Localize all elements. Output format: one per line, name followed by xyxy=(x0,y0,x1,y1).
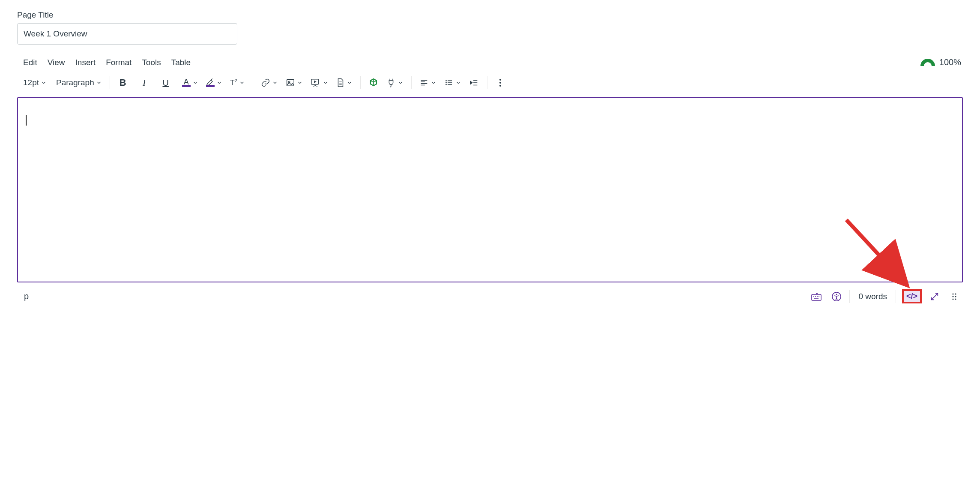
fullscreen-icon xyxy=(930,292,939,301)
html-editor-button[interactable]: </> xyxy=(902,289,922,303)
chevron-down-icon xyxy=(297,80,303,86)
chevron-down-icon xyxy=(96,80,102,86)
chevron-down-icon xyxy=(430,80,436,86)
page-title-label: Page Title xyxy=(17,10,963,20)
underline-icon: U xyxy=(162,78,168,88)
indent-button[interactable] xyxy=(467,76,481,90)
chevron-down-icon xyxy=(397,80,403,86)
chevron-down-icon xyxy=(323,80,329,86)
separator xyxy=(411,76,412,89)
highlight-color-button[interactable] xyxy=(204,76,224,90)
superscript-icon: T2 xyxy=(230,78,237,87)
svg-point-3 xyxy=(445,80,447,81)
chevron-down-icon xyxy=(272,80,278,86)
link-icon xyxy=(261,78,270,87)
menu-edit[interactable]: Edit xyxy=(23,58,37,67)
svg-point-16 xyxy=(955,296,956,297)
svg-rect-10 xyxy=(812,294,821,300)
italic-icon: I xyxy=(143,77,146,88)
font-size-select[interactable]: 12pt xyxy=(21,76,48,90)
text-color-button[interactable]: A xyxy=(180,76,200,90)
align-button[interactable] xyxy=(418,76,438,90)
separator xyxy=(487,76,487,89)
italic-button[interactable]: I xyxy=(137,76,151,90)
media-icon xyxy=(311,78,321,87)
svg-point-4 xyxy=(445,82,447,84)
element-path[interactable]: p xyxy=(19,291,29,301)
bold-button[interactable]: B xyxy=(116,76,130,90)
editor-toolbar: 12pt Paragraph B I U A xyxy=(17,73,963,92)
font-size-label: 12pt xyxy=(23,78,39,87)
menu-format[interactable]: Format xyxy=(106,58,131,67)
chevron-down-icon xyxy=(455,80,461,86)
svg-point-18 xyxy=(955,298,956,300)
chevron-down-icon xyxy=(347,80,353,86)
separator xyxy=(110,76,110,89)
app-button[interactable] xyxy=(367,76,380,90)
highlight-icon xyxy=(206,78,215,87)
svg-point-8 xyxy=(499,85,501,87)
accessibility-checker-button[interactable] xyxy=(830,290,843,303)
annotation-arrow xyxy=(838,211,915,288)
app-icon xyxy=(368,78,379,88)
svg-line-9 xyxy=(846,220,902,280)
page-title-input[interactable] xyxy=(17,23,237,45)
more-vertical-icon xyxy=(499,78,502,87)
accessibility-score[interactable]: 100% xyxy=(920,57,963,67)
text-color-icon: A xyxy=(182,78,191,87)
superscript-button[interactable]: T2 xyxy=(228,76,247,90)
drag-handle-icon xyxy=(951,292,957,301)
score-value: 100% xyxy=(939,57,961,67)
svg-point-6 xyxy=(499,79,501,81)
bullet-list-icon xyxy=(444,78,454,87)
resize-handle[interactable] xyxy=(947,290,961,303)
svg-rect-0 xyxy=(287,80,294,86)
block-format-select[interactable]: Paragraph xyxy=(54,76,104,90)
menu-insert[interactable]: Insert xyxy=(75,58,96,67)
word-count[interactable]: 0 words xyxy=(856,292,890,301)
svg-point-7 xyxy=(499,82,501,84)
menu-view[interactable]: View xyxy=(48,58,65,67)
keyboard-shortcuts-button[interactable] xyxy=(809,290,824,303)
menu-tools[interactable]: Tools xyxy=(142,58,161,67)
document-button[interactable] xyxy=(335,76,354,90)
plug-icon xyxy=(386,78,396,87)
indent-icon xyxy=(469,78,479,87)
text-cursor xyxy=(26,115,27,126)
chevron-down-icon xyxy=(41,80,47,86)
separator xyxy=(360,76,361,89)
image-button[interactable] xyxy=(284,76,305,90)
bold-icon: B xyxy=(120,77,126,88)
chevron-down-icon xyxy=(239,80,245,86)
editor-statusbar: p 0 words </> xyxy=(17,289,963,303)
svg-point-15 xyxy=(952,296,953,297)
keyboard-icon xyxy=(811,292,822,301)
link-button[interactable] xyxy=(259,76,280,90)
more-button[interactable] xyxy=(493,76,507,90)
image-icon xyxy=(286,78,295,87)
separator xyxy=(253,76,253,89)
separator xyxy=(896,290,896,303)
fullscreen-button[interactable] xyxy=(928,290,941,303)
menu-table[interactable]: Table xyxy=(171,58,191,67)
media-button[interactable] xyxy=(309,76,330,90)
underline-button[interactable]: U xyxy=(159,76,173,90)
gauge-icon xyxy=(920,58,935,67)
accessibility-icon xyxy=(831,291,842,302)
svg-point-14 xyxy=(955,293,956,294)
align-icon xyxy=(419,78,429,87)
bullet-list-button[interactable] xyxy=(442,76,463,90)
block-format-label: Paragraph xyxy=(56,78,94,87)
svg-point-17 xyxy=(952,298,953,300)
editor-menubar: Edit View Insert Format Tools Table xyxy=(17,58,191,67)
svg-point-5 xyxy=(445,84,447,85)
document-icon xyxy=(336,78,345,87)
separator xyxy=(849,290,850,303)
svg-point-12 xyxy=(836,294,837,295)
chevron-down-icon xyxy=(216,80,222,86)
editor-content-area[interactable] xyxy=(17,97,963,282)
plugin-button[interactable] xyxy=(385,76,405,90)
chevron-down-icon xyxy=(192,80,198,86)
svg-point-13 xyxy=(952,293,953,294)
